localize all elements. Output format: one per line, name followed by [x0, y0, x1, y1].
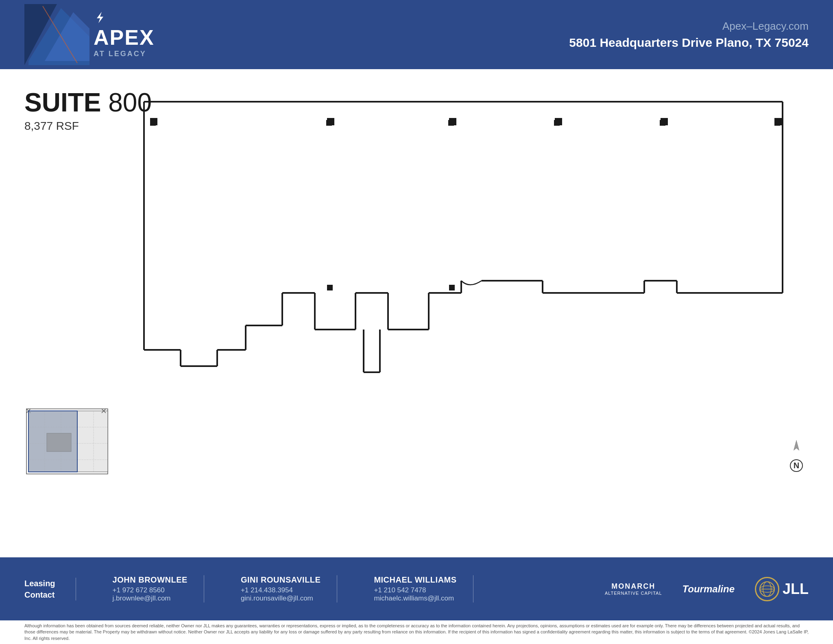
main-content: SUITE 800 8,377 RSF: [0, 69, 833, 557]
svg-rect-44: [448, 120, 454, 126]
disclaimer-text: Although information has been obtained f…: [24, 623, 809, 642]
logo-text: APEX AT LEGACY: [94, 11, 155, 58]
header-left: APEX AT LEGACY: [24, 4, 155, 65]
contact-name-2: GINI ROUNSAVILLE: [241, 575, 321, 585]
leasing-contact-label: Leasing Contact: [24, 578, 76, 600]
svg-rect-65: [28, 411, 77, 472]
contact-john-brownlee: JOHN BROWNLEE +1 972 672 8560 j.brownlee…: [96, 575, 204, 603]
svg-marker-4: [97, 12, 103, 23]
tourmaline-logo: Tourmaline: [683, 583, 735, 595]
contact-email-3: michaelc.williams@jll.com: [374, 594, 456, 603]
contact-name-1: JOHN BROWNLEE: [113, 575, 188, 585]
north-label: N: [790, 459, 803, 472]
svg-marker-67: [794, 440, 799, 450]
contact-gini-rounsaville: GINI ROUNSAVILLE +1 214.438.3954 gini.ro…: [225, 575, 338, 603]
disclaimer: Although information has been obtained f…: [0, 620, 833, 644]
floor-plan: [118, 81, 809, 374]
logo-graphic: [24, 4, 89, 65]
header-right: Apex–Legacy.com 5801 Headquarters Drive …: [569, 20, 809, 50]
at-legacy-label: AT LEGACY: [94, 50, 155, 58]
company-name: APEX: [94, 27, 155, 48]
contact-email-2: gini.rounsaville@jll.com: [241, 594, 321, 603]
contact-phone-1: +1 972 672 8560: [113, 586, 188, 594]
website-url: Apex–Legacy.com: [569, 20, 809, 33]
svg-rect-46: [660, 120, 665, 126]
monarch-logo: MONARCH ALTERNATIVE CAPITAL: [605, 582, 662, 596]
jll-logo: JLL: [755, 577, 809, 601]
svg-rect-45: [554, 120, 560, 126]
jll-circle-icon: [755, 577, 779, 601]
svg-rect-47: [774, 120, 780, 126]
header: APEX AT LEGACY Apex–Legacy.com 5801 Head…: [0, 0, 833, 69]
contact-phone-3: +1 210 542 7478: [374, 586, 456, 594]
svg-rect-48: [327, 285, 333, 290]
footer-logos: MONARCH ALTERNATIVE CAPITAL Tourmaline J…: [605, 577, 809, 601]
contact-phone-2: +1 214.438.3954: [241, 586, 321, 594]
jll-text: JLL: [783, 581, 809, 598]
contact-michael-williams: MICHAEL WILLIAMS +1 210 542 7478 michael…: [358, 575, 473, 603]
contact-email-1: j.brownlee@jll.com: [113, 594, 188, 603]
property-address: 5801 Headquarters Drive Plano, TX 75024: [569, 36, 809, 50]
mini-map: [24, 407, 110, 476]
north-arrow: N: [784, 439, 809, 472]
svg-rect-43: [326, 120, 332, 126]
svg-rect-49: [449, 285, 455, 290]
footer: Leasing Contact JOHN BROWNLEE +1 972 672…: [0, 557, 833, 620]
apex-bolt-icon: [94, 11, 155, 26]
contact-name-3: MICHAEL WILLIAMS: [374, 575, 456, 585]
svg-rect-42: [150, 120, 156, 126]
